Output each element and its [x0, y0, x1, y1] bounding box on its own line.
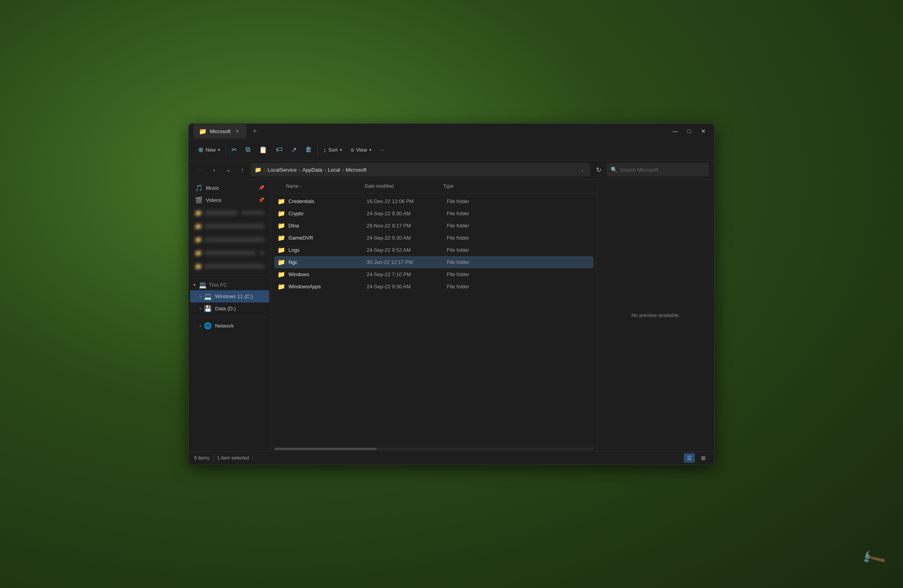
file-name-credentials: Credentials: [288, 198, 365, 204]
sort-chevron-icon: ▾: [340, 148, 342, 152]
file-icon-windows: 📁: [277, 271, 285, 278]
delete-button[interactable]: 🗑: [301, 142, 316, 157]
file-row-dlna[interactable]: 📁 Dlna 29-Nov-22 9:17 PM File folder: [274, 220, 593, 232]
file-area: Name ↑ Date modified Type 📁 Credentials …: [271, 180, 596, 451]
data-d-label: Data (D:): [215, 306, 236, 311]
hammer-icon: 🔨: [859, 545, 887, 573]
new-tab-button[interactable]: +: [250, 126, 260, 136]
file-date-gamedvr: 24-Sep-22 9:30 AM: [367, 235, 445, 241]
active-tab[interactable]: 📁 Microsoft ✕: [193, 124, 246, 138]
col-header-name[interactable]: Name ↑: [284, 182, 362, 191]
file-icon-ngc: 📁: [277, 258, 285, 266]
windows-c-chevron-icon: ›: [200, 294, 201, 299]
forward-button[interactable]: ›: [208, 164, 220, 176]
file-row-windows[interactable]: 📁 Windows 24-Sep-22 7:10 PM File folder: [274, 268, 593, 280]
maximize-button[interactable]: □: [683, 126, 696, 137]
selected-count: 1 item selected: [217, 455, 249, 461]
blurred-label-2: [205, 224, 264, 229]
close-button[interactable]: ✕: [697, 126, 710, 137]
sidebar-item-blurred-2[interactable]: 📁: [190, 220, 269, 233]
status-bar: 8 items | 1 item selected | ☰ ⊞: [189, 451, 714, 465]
share-button[interactable]: ↗: [287, 142, 301, 157]
more-button[interactable]: ···: [376, 142, 388, 157]
recent-locations-button[interactable]: ⌄: [222, 164, 234, 176]
sidebar-item-blurred-1[interactable]: 📁: [190, 206, 269, 220]
address-path-bar[interactable]: 📁 › LocalService › AppData › Local › Mic…: [251, 163, 590, 176]
sidebar-item-blurred-4[interactable]: 📁 a: [190, 246, 269, 260]
sort-icon: ↕: [323, 147, 327, 153]
new-plus-icon: ⊕: [198, 146, 204, 154]
this-pc-chevron-icon: ▼: [193, 283, 196, 287]
file-type-ngc: File folder: [447, 259, 590, 265]
toolbar-separator-2: [318, 144, 318, 155]
sort-button[interactable]: ↕ Sort ▾: [319, 142, 346, 157]
search-box[interactable]: 🔍: [607, 163, 709, 176]
sidebar-item-blurred-5[interactable]: 📁: [190, 260, 269, 273]
this-pc-icon: 💻: [199, 281, 207, 289]
file-name-gamedvr: GameDVR: [288, 235, 365, 241]
back-button[interactable]: ‹: [194, 164, 206, 176]
col-header-type[interactable]: Type: [441, 182, 590, 191]
sidebar-item-music[interactable]: 🎵 Music 📌: [190, 182, 269, 194]
file-name-dlna: Dlna: [288, 223, 365, 229]
file-row-gamedvr[interactable]: 📁 GameDVR 24-Sep-22 9:30 AM File folder: [274, 232, 593, 244]
sidebar-item-videos[interactable]: 🎬 Videos 📌: [190, 194, 269, 206]
tab-close-button[interactable]: ✕: [234, 128, 241, 135]
path-local-service: LocalService: [268, 167, 297, 173]
cut-button[interactable]: ✂: [228, 142, 241, 157]
file-row-logs[interactable]: 📁 Logs 24-Sep-22 9:52 AM File folder: [274, 244, 593, 256]
sidebar-item-network[interactable]: › 🌐 Network: [190, 320, 269, 332]
file-type-credentials: File folder: [447, 198, 590, 204]
grid-view-button[interactable]: ⊞: [698, 453, 709, 463]
this-pc-section[interactable]: ▼ 💻 This PC: [189, 278, 271, 290]
sidebar-item-data-d[interactable]: › 💾 Data (D:): [190, 302, 269, 315]
sidebar-item-blurred-3[interactable]: 📁: [190, 233, 269, 246]
blurred-label-3: [205, 237, 264, 242]
title-bar: 📁 Microsoft ✕ + — □ ✕: [189, 124, 714, 139]
sort-arrow-icon: ↑: [300, 184, 302, 189]
file-icon-dlna: 📁: [277, 222, 285, 229]
blurred-label-1: [205, 211, 238, 215]
copy-button[interactable]: ⧉: [242, 142, 254, 157]
file-row-crypto[interactable]: 📁 Crypto 24-Sep-22 9:30 AM File folder: [274, 207, 593, 220]
file-list: 📁 Credentials 16-Dec-22 12:06 PM File fo…: [271, 194, 596, 447]
file-explorer-window: 📁 Microsoft ✕ + — □ ✕ ⊕ New ▾ ✂ ⧉ 📋 🏷: [188, 123, 715, 465]
up-button[interactable]: ↑: [237, 164, 248, 176]
col-header-date[interactable]: Date modified: [362, 182, 441, 191]
file-date-crypto: 24-Sep-22 9:30 AM: [367, 211, 445, 216]
file-type-dlna: File folder: [447, 223, 590, 229]
sidebar-divider-1: [192, 275, 268, 276]
paste-button[interactable]: 📋: [255, 142, 271, 157]
sort-label: Sort: [329, 147, 338, 153]
minimize-button[interactable]: —: [669, 126, 681, 137]
file-row-credentials[interactable]: 📁 Credentials 16-Dec-22 12:06 PM File fo…: [274, 195, 593, 207]
path-dropdown-button[interactable]: ⌄: [578, 166, 586, 173]
this-pc-label: This PC: [209, 282, 227, 288]
refresh-button[interactable]: ↻: [593, 164, 604, 176]
network-icon: 🌐: [204, 322, 212, 330]
file-row-windowsapps[interactable]: 📁 WindowsApps 24-Sep-22 9:30 AM File fol…: [274, 280, 593, 293]
view-label: View: [356, 147, 367, 153]
list-view-button[interactable]: ☰: [684, 453, 695, 463]
new-button[interactable]: ⊕ New ▾: [194, 142, 224, 157]
file-date-credentials: 16-Dec-22 12:06 PM: [367, 198, 445, 204]
horizontal-scrollbar[interactable]: [271, 447, 596, 451]
view-button[interactable]: ≡ View ▾: [347, 142, 375, 157]
file-date-windowsapps: 24-Sep-22 9:30 AM: [367, 284, 445, 289]
file-type-logs: File folder: [447, 247, 590, 253]
file-name-crypto: Crypto: [288, 211, 365, 216]
file-name-windows: Windows: [288, 271, 365, 277]
sidebar-item-windows-c[interactable]: › 💻 Windows 11 (C:): [190, 290, 269, 302]
pin-icon-videos: 📌: [259, 197, 264, 203]
hscroll-track: [274, 448, 593, 450]
rename-button[interactable]: 🏷: [272, 142, 286, 157]
path-microsoft: Microsoft: [346, 167, 367, 173]
search-input[interactable]: [620, 167, 705, 173]
hscroll-thumb[interactable]: [274, 448, 376, 450]
view-icon: ≡: [351, 147, 354, 153]
rename-icon: 🏷: [276, 146, 283, 154]
toolbar-separator-1: [226, 144, 226, 155]
file-row-ngc[interactable]: 📁 Ngc 30-Jun-22 12:17 PM File folder: [274, 256, 593, 268]
window-controls: — □ ✕: [669, 126, 710, 137]
share-icon: ↗: [291, 146, 297, 154]
